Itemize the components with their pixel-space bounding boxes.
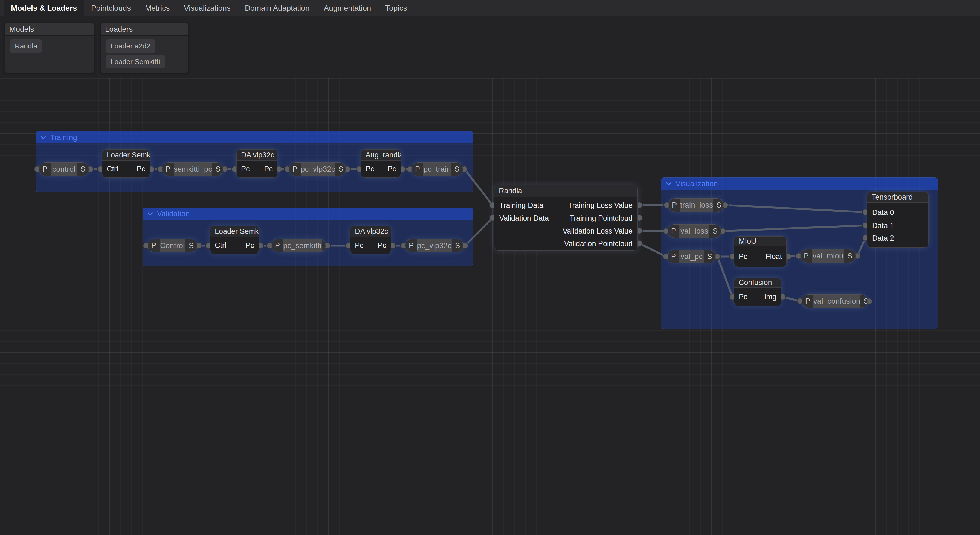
input-pc: Pc	[366, 165, 374, 173]
pill-node-val-confusion[interactable]: P val_confusion S	[802, 294, 867, 308]
node-confusion[interactable]: Confusion Pc Img	[734, 278, 781, 306]
publish-port-label: P	[148, 239, 159, 252]
node-aug-randla[interactable]: Aug_randla Pc Pc	[361, 150, 401, 178]
input-data-2: Data 2	[872, 233, 894, 243]
subscribe-port-label: S	[710, 225, 721, 238]
pill-label: semkitti_pc	[174, 163, 212, 176]
tab-metrics[interactable]: Metrics	[138, 0, 177, 16]
node-da-vlp32c-training[interactable]: DA vlp32c Pc Pc	[236, 150, 277, 178]
pill-label: val_loss	[679, 225, 710, 238]
pill-label: val_pc	[679, 250, 704, 263]
publish-port-label: P	[289, 163, 301, 176]
node-title: Tensorboard	[867, 192, 928, 203]
publish-port-label: P	[406, 239, 417, 252]
node-tensorboard[interactable]: Tensorboard Data 0 Data 1 Data 2	[867, 192, 929, 248]
pill-node-pc-semkitti[interactable]: P pc_semkitti S	[271, 239, 326, 252]
pill-node-pc-train[interactable]: P pc_train S	[412, 162, 463, 176]
input-validation-data: Validation Data	[499, 214, 549, 223]
node-da-vlp32c-validation[interactable]: DA vlp32c Pc Pc	[350, 226, 391, 254]
model-item-randla[interactable]: Randla	[10, 40, 42, 53]
node-title: MIoU	[734, 236, 786, 246]
node-title: Randla	[495, 185, 638, 197]
loader-item-semkitti[interactable]: Loader Semkitti	[106, 55, 165, 69]
loader-item-a2d2[interactable]: Loader a2d2	[106, 40, 155, 53]
pill-label: val_confusion	[813, 295, 861, 308]
tab-visualizations[interactable]: Visualizations	[177, 0, 238, 16]
output-pc: Pc	[245, 241, 254, 250]
subscribe-port-label: S	[77, 163, 89, 176]
pill-node-val-miou[interactable]: P val_miou S	[800, 249, 856, 263]
publish-port-label: P	[669, 198, 680, 212]
node-title: Confusion	[734, 278, 781, 288]
subscribe-port-label: S	[451, 163, 463, 176]
node-loader-semkitti-training[interactable]: Loader Semkitti Ctrl Pc	[102, 150, 150, 178]
output-pc: Pc	[377, 241, 386, 250]
pill-node-val-pc[interactable]: P val_pc S	[668, 250, 716, 264]
subscribe-port-label: S	[704, 250, 716, 263]
tab-pointclouds[interactable]: Pointclouds	[84, 0, 138, 16]
subscribe-port-label: S	[844, 249, 856, 263]
wire-randla-valpc	[640, 243, 666, 257]
output-validation-pointcloud: Validation Pointcloud	[564, 239, 633, 248]
wire-pctrain-randla	[465, 169, 492, 205]
pill-node-pc-vlp32c-validation[interactable]: P pc_vlp32c S	[405, 239, 463, 252]
output-validation-loss-value: Validation Loss Value	[563, 227, 633, 236]
input-pc: Pc	[355, 241, 364, 250]
node-editor-canvas[interactable]: Training Validation Visualization	[0, 78, 980, 535]
pill-node-control-validation[interactable]: P Control S	[148, 239, 197, 252]
publish-port-label: P	[668, 250, 679, 263]
output-pc: Pc	[387, 165, 396, 173]
tab-augmentation[interactable]: Augmentation	[317, 0, 378, 16]
wire-pcvlp32cval-randla	[465, 218, 492, 246]
node-miou[interactable]: MIoU Pc Float	[734, 236, 787, 267]
tab-models-loaders[interactable]: Models & Loaders	[4, 0, 84, 16]
models-panel-body: Randla	[5, 35, 94, 57]
subscribe-port-label: S	[186, 239, 197, 252]
pill-label: pc_vlp32c	[301, 163, 335, 176]
output-pc: Pc	[137, 165, 145, 173]
pill-label: pc_train	[423, 163, 451, 176]
input-data-0: Data 0	[872, 208, 894, 217]
input-ctrl: Ctrl	[215, 241, 226, 250]
pill-node-val-loss[interactable]: P val_loss S	[668, 224, 721, 238]
pill-node-semkitti-pc[interactable]: P semkitti_pc S	[162, 162, 223, 176]
publish-port-label: P	[272, 239, 283, 252]
loaders-panel: Loaders Loader a2d2 Loader Semkitti	[101, 23, 188, 73]
publish-port-label: P	[800, 249, 812, 263]
pill-label: pc_semkitti	[283, 239, 322, 252]
input-training-data: Training Data	[499, 201, 543, 210]
node-title: Loader Semkitti	[102, 150, 150, 161]
node-loader-semkitti-validation[interactable]: Loader Semkitti Ctrl Pc	[210, 226, 259, 254]
models-panel-title: Models	[5, 23, 94, 35]
wire-valloss-tensorboard	[723, 225, 865, 231]
pill-label: Control	[159, 239, 186, 252]
pill-node-control[interactable]: P control S	[39, 162, 89, 176]
node-title: DA vlp32c	[350, 226, 391, 237]
node-title: Loader Semkitti	[210, 226, 259, 237]
menu-bar: Models & Loaders Pointclouds Metrics Vis…	[0, 0, 980, 16]
pill-node-pc-vlp32c-training[interactable]: P pc_vlp32c S	[289, 162, 346, 176]
wire-trainloss-tensorboard	[725, 205, 865, 212]
pill-node-train-loss[interactable]: P train_loss S	[668, 198, 724, 212]
input-pc: Pc	[241, 165, 250, 173]
pill-label: control	[51, 163, 77, 176]
output-img: Img	[764, 293, 776, 301]
publish-port-label: P	[802, 295, 813, 308]
pill-label: val_miou	[812, 249, 844, 263]
wire-valpc-confusion	[718, 257, 732, 297]
wire-randla-valloss	[640, 231, 666, 231]
output-float: Float	[765, 252, 782, 261]
loaders-panel-body: Loader a2d2 Loader Semkitti	[101, 35, 188, 72]
output-training-loss-value: Training Loss Value	[568, 201, 633, 210]
tab-topics[interactable]: Topics	[378, 0, 414, 16]
tab-domain-adaptation[interactable]: Domain Adaptation	[238, 0, 317, 16]
pill-label: pc_vlp32c	[417, 239, 452, 252]
node-randla[interactable]: Randla Training Data Validation Data Tra…	[494, 185, 638, 251]
node-title: Aug_randla	[361, 150, 401, 161]
loaders-panel-title: Loaders	[101, 23, 188, 35]
input-pc: Pc	[739, 252, 748, 261]
input-pc: Pc	[739, 293, 748, 301]
publish-port-label: P	[39, 163, 51, 176]
subscribe-port-label: S	[452, 239, 463, 252]
node-title: DA vlp32c	[237, 150, 277, 161]
